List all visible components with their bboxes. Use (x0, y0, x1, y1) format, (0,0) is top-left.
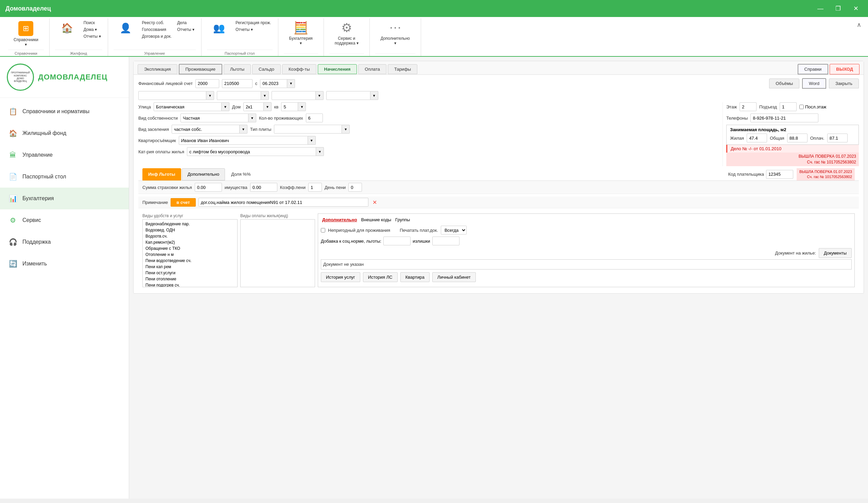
combo2-btn[interactable]: ▼ (261, 91, 269, 100)
primechanie-clear-button[interactable]: ✕ (372, 199, 377, 206)
sidebar-item-buhgalteriya[interactable]: 📊 Бухгалтерия (0, 188, 129, 209)
kvartira-button[interactable]: Квартира (400, 272, 430, 282)
den-peni-input[interactable] (348, 183, 362, 192)
tip-plity-btn[interactable]: ▼ (342, 125, 350, 134)
sidebar-item-upravlenie[interactable]: 🏛 Управление (0, 144, 129, 166)
service-item-8[interactable]: Пени ост.услуги (144, 270, 236, 276)
pasport-icon-button[interactable]: 👥 (207, 20, 231, 36)
koeff-peni-input[interactable] (308, 183, 322, 192)
tab-oplata[interactable]: Оплата (358, 64, 386, 74)
date-input[interactable] (260, 79, 287, 88)
vid-zaselen-btn[interactable]: ▼ (240, 125, 247, 134)
tab-exit[interactable]: ВЫХОД (830, 64, 859, 74)
dogovora-button[interactable]: Договора и док. (141, 33, 173, 39)
spravochniki-button[interactable]: ⊞ Справочники▾ (8, 20, 44, 48)
add-tab-external[interactable]: Внешние коды (360, 216, 393, 223)
vid-sobstv-btn[interactable]: ▼ (248, 113, 256, 122)
tab-tarify[interactable]: Тарифы (388, 64, 417, 74)
posl-etazh-checkbox[interactable] (799, 105, 804, 109)
area-zhilaya-input[interactable] (747, 134, 767, 142)
sub-tab-inf-lgoty[interactable]: Инф Льготы (142, 168, 181, 181)
word-button[interactable]: Word (802, 78, 826, 89)
service-item-2[interactable]: Водоотв.сч. (144, 233, 236, 239)
service-item-7[interactable]: Пени кап рем (144, 264, 236, 270)
service-item-1[interactable]: Водоовед. ОДН (144, 227, 236, 233)
tab-saldo[interactable]: Сальдо (252, 64, 281, 74)
service-item-9[interactable]: Пени отопление (144, 276, 236, 282)
service-item-3[interactable]: Кап.ремонт(м2) (144, 239, 236, 245)
sidebar-item-spravochniki[interactable]: 📋 Справочники и нормативы (0, 101, 129, 122)
service-item-5[interactable]: Отопление н м (144, 252, 236, 258)
neprigodny-checkbox[interactable] (321, 228, 325, 233)
ribbon-collapse-button[interactable]: ∧ (853, 20, 865, 30)
zakryt-button[interactable]: Закрыть (829, 79, 859, 88)
sidebar-item-podderzhka[interactable]: 🎧 Поддержка (0, 231, 129, 253)
sidebar-item-pasport[interactable]: 📄 Паспортный стол (0, 166, 129, 188)
tab-koefftv[interactable]: Коэфф-ты (282, 64, 316, 74)
tab-spravki[interactable]: Справки (798, 64, 829, 74)
sub-tab-dolya[interactable]: Доля %% (226, 168, 256, 181)
street-input[interactable] (154, 102, 221, 111)
istoriya-ls-button[interactable]: История ЛС (363, 272, 397, 282)
pechatat-select[interactable]: Всегда (441, 226, 467, 235)
golosovaniya-button[interactable]: Голосования (141, 27, 173, 33)
kv-dropdown-button[interactable]: ▼ (298, 102, 306, 111)
combo1-input[interactable] (138, 91, 206, 100)
otchety-pas-button[interactable]: Отчеты ▾ (234, 27, 272, 33)
v-schet-button[interactable]: в счет (170, 198, 195, 207)
financial-account-input2[interactable] (222, 79, 252, 88)
dobavka-input[interactable] (383, 237, 411, 245)
add-tab-groups[interactable]: Группы (394, 216, 411, 223)
poisk-button[interactable]: Поиск (82, 20, 102, 26)
doma-button[interactable]: Дома ▾ (82, 27, 102, 33)
kvartiros-btn[interactable]: ▼ (308, 136, 316, 145)
etazh-input[interactable] (740, 102, 756, 111)
imushchestvo-input[interactable] (250, 183, 277, 192)
kvartiros-input[interactable] (179, 136, 308, 145)
service-item-4[interactable]: Обращение с ТКО (144, 245, 236, 252)
upravlenie-icon-button[interactable]: 👤 (114, 20, 138, 36)
otchety-upr-button[interactable]: Отчеты ▾ (176, 27, 196, 33)
combo2-input[interactable] (217, 91, 261, 100)
service-item-0[interactable]: Видеонаблюдение пар. (144, 221, 236, 227)
combo4-btn[interactable]: ▼ (370, 91, 378, 100)
add-tab-dopolnitelno[interactable]: Дополнительно (321, 216, 359, 223)
sidebar-item-izmenit[interactable]: 🔄 Изменить (0, 253, 129, 275)
primechanie-input[interactable] (198, 198, 369, 207)
kat-oplaty-input[interactable] (187, 147, 316, 156)
zhilfond-house-button[interactable]: 🏠 (55, 20, 80, 36)
tab-lgoty[interactable]: Льготы (224, 64, 251, 74)
combo4-input[interactable] (326, 91, 370, 100)
vid-zaselen-input[interactable] (172, 125, 240, 134)
combo3-input[interactable] (271, 91, 316, 100)
kol-prozhiv-input[interactable] (306, 113, 323, 122)
area-obshchaya-input[interactable] (787, 134, 807, 142)
tip-plity-input[interactable] (274, 125, 342, 134)
dela-button[interactable]: Дела (176, 20, 196, 26)
servis-button[interactable]: ⚙ Сервис иподдержка ▾ (329, 20, 364, 47)
combo3-btn[interactable]: ▼ (316, 91, 323, 100)
combo1-btn[interactable]: ▼ (206, 91, 214, 100)
minimize-button[interactable]: — (814, 2, 827, 15)
area-opach-input[interactable] (827, 134, 848, 142)
tab-eksplikaciya[interactable]: Экспликация (138, 64, 177, 74)
vid-sobstv-input[interactable] (180, 113, 248, 122)
service-item-10[interactable]: Пени подогрев сч. (144, 282, 236, 287)
izlishki-input[interactable] (432, 237, 459, 245)
sidebar-item-zhilfond[interactable]: 🏠 Жилищный фонд (0, 122, 129, 144)
tab-nachisleniya[interactable]: Начисления (318, 64, 357, 74)
kv-input[interactable] (281, 102, 298, 111)
buhgalteriya-button[interactable]: 🧮 Бухгалтерия▾ (284, 20, 318, 47)
kod-plat-input[interactable] (766, 170, 793, 179)
dom-input[interactable] (243, 102, 264, 111)
street-dropdown-button[interactable]: ▼ (221, 102, 229, 111)
financial-account-input1[interactable] (195, 79, 219, 88)
sub-tab-dopolnitelno[interactable]: Дополнительно (182, 168, 225, 181)
summa-strakhov-input[interactable] (195, 183, 222, 192)
lichny-kabinet-button[interactable]: Личный кабинет (432, 272, 476, 282)
kat-oplaty-btn[interactable]: ▼ (316, 147, 324, 156)
otchety-zhil-button[interactable]: Отчеты ▾ (82, 33, 102, 39)
obemy-button[interactable]: Объёмы (769, 79, 799, 88)
dom-dropdown-button[interactable]: ▼ (264, 102, 271, 111)
registraciya-button[interactable]: Регистрация прож. (234, 20, 272, 26)
